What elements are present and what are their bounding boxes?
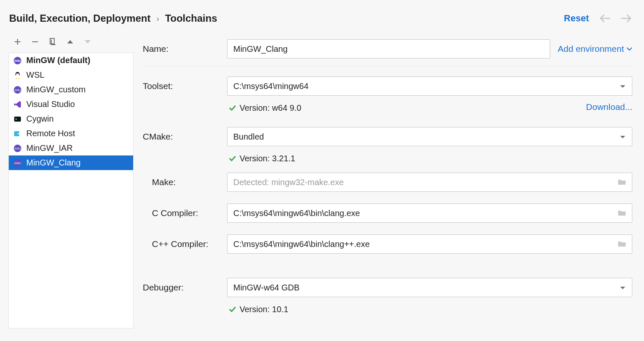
gnu-icon: GNU bbox=[13, 144, 22, 153]
cxx-compiler-value: C:\msys64\mingw64\bin\clang++.exe bbox=[233, 239, 370, 249]
c-compiler-label: C Compiler: bbox=[143, 208, 227, 218]
toolchain-item-label: MinGW_custom bbox=[26, 85, 86, 94]
svg-rect-9 bbox=[14, 117, 21, 122]
svg-text:GNU: GNU bbox=[14, 162, 21, 165]
gnu-icon: GNU bbox=[13, 158, 22, 168]
svg-point-4 bbox=[16, 74, 19, 78]
toolchain-item-wsl[interactable]: WSL bbox=[9, 68, 133, 82]
download-link[interactable]: Download... bbox=[586, 102, 632, 112]
toolchain-item-mingw-clang[interactable]: GNU MinGW_Clang bbox=[9, 155, 133, 170]
tux-icon bbox=[13, 71, 22, 80]
debugger-version: Version: 10.1 bbox=[240, 305, 288, 314]
toolchain-item-mingw-custom[interactable]: GNU MinGW_custom bbox=[9, 82, 133, 97]
chevron-right-icon: › bbox=[157, 14, 159, 23]
cxx-compiler-input[interactable]: C:\msys64\mingw64\bin\clang++.exe bbox=[227, 234, 632, 254]
copy-button[interactable] bbox=[48, 38, 57, 46]
folder-icon[interactable] bbox=[618, 178, 626, 187]
name-label: Name: bbox=[143, 44, 227, 54]
make-label: Make: bbox=[143, 177, 227, 187]
check-icon bbox=[229, 305, 236, 314]
add-environment-link[interactable]: Add environment bbox=[558, 44, 632, 54]
gnu-icon: GNU bbox=[13, 56, 22, 65]
remote-host-icon bbox=[13, 129, 22, 138]
toolset-version: Version: w64 9.0 bbox=[240, 103, 301, 113]
svg-point-6 bbox=[18, 73, 19, 74]
toolchain-item-remote-host[interactable]: Remote Host bbox=[9, 126, 133, 141]
c-compiler-value: C:\msys64\mingw64\bin\clang.exe bbox=[233, 209, 360, 218]
cmake-select[interactable]: Bundled bbox=[227, 127, 632, 146]
toolchain-item-label: MinGW_Clang bbox=[26, 158, 81, 168]
cygwin-icon bbox=[13, 115, 22, 124]
move-up-button[interactable] bbox=[66, 38, 74, 46]
move-down-button[interactable] bbox=[83, 38, 92, 46]
toolchain-item-mingw-iar[interactable]: GNU MinGW_IAR bbox=[9, 141, 133, 155]
chevron-down-icon bbox=[619, 81, 626, 91]
cmake-version: Version: 3.21.1 bbox=[240, 154, 295, 163]
add-environment-label: Add environment bbox=[558, 44, 624, 54]
cmake-value: Bundled bbox=[233, 132, 264, 142]
c-compiler-input[interactable]: C:\msys64\mingw64\bin\clang.exe bbox=[227, 204, 632, 223]
name-input[interactable]: MinGW_Clang bbox=[227, 39, 550, 59]
folder-icon[interactable] bbox=[618, 209, 626, 218]
sidebar-toolbar bbox=[8, 38, 134, 53]
check-icon bbox=[229, 154, 236, 163]
toolset-select[interactable]: C:\msys64\mingw64 bbox=[227, 76, 632, 96]
svg-text:GNU: GNU bbox=[14, 89, 21, 92]
svg-rect-0 bbox=[50, 38, 54, 44]
toolset-value: C:\msys64\mingw64 bbox=[233, 81, 308, 91]
toolchain-list: GNU MinGW (default) WSL GNU MinGW_custom… bbox=[8, 53, 134, 328]
folder-icon[interactable] bbox=[618, 239, 626, 249]
toolchain-item-label: WSL bbox=[26, 70, 44, 80]
chevron-down-icon bbox=[619, 132, 626, 142]
visual-studio-icon bbox=[13, 100, 22, 109]
svg-point-5 bbox=[16, 73, 17, 74]
svg-text:GNU: GNU bbox=[14, 147, 21, 150]
svg-text:GNU: GNU bbox=[14, 59, 21, 62]
breadcrumb-current: Toolchains bbox=[165, 13, 217, 24]
toolchain-item-label: Remote Host bbox=[26, 129, 75, 138]
make-input[interactable]: Detected: mingw32-make.exe bbox=[227, 173, 632, 192]
chevron-down-icon bbox=[619, 283, 626, 293]
cxx-compiler-label: C++ Compiler: bbox=[143, 239, 227, 249]
forward-arrow-icon bbox=[621, 14, 632, 23]
debugger-label: Debugger: bbox=[143, 282, 227, 293]
toolchain-item-label: Visual Studio bbox=[26, 99, 75, 109]
toolchain-item-cygwin[interactable]: Cygwin bbox=[9, 112, 133, 126]
debugger-value: MinGW-w64 GDB bbox=[233, 283, 300, 293]
check-icon bbox=[229, 103, 236, 113]
add-button[interactable] bbox=[13, 38, 22, 46]
toolchain-item-visual-studio[interactable]: Visual Studio bbox=[9, 97, 133, 112]
back-arrow-icon bbox=[599, 14, 611, 23]
toolchain-item-label: MinGW_IAR bbox=[26, 143, 73, 153]
remove-button[interactable] bbox=[31, 38, 39, 46]
reset-link[interactable]: Reset bbox=[564, 13, 589, 24]
name-input-value: MinGW_Clang bbox=[233, 44, 288, 54]
toolchain-item-label: MinGW (default) bbox=[26, 56, 90, 65]
toolchain-item-mingw-default[interactable]: GNU MinGW (default) bbox=[9, 53, 133, 68]
toolchain-item-label: Cygwin bbox=[26, 114, 54, 124]
make-placeholder: Detected: mingw32-make.exe bbox=[233, 178, 344, 187]
gnu-icon: GNU bbox=[13, 85, 22, 94]
debugger-select[interactable]: MinGW-w64 GDB bbox=[227, 278, 632, 297]
breadcrumb-parent[interactable]: Build, Execution, Deployment bbox=[9, 13, 151, 24]
toolset-label: Toolset: bbox=[143, 81, 227, 91]
cmake-label: CMake: bbox=[143, 132, 227, 142]
breadcrumb: Build, Execution, Deployment › Toolchain… bbox=[9, 13, 217, 24]
